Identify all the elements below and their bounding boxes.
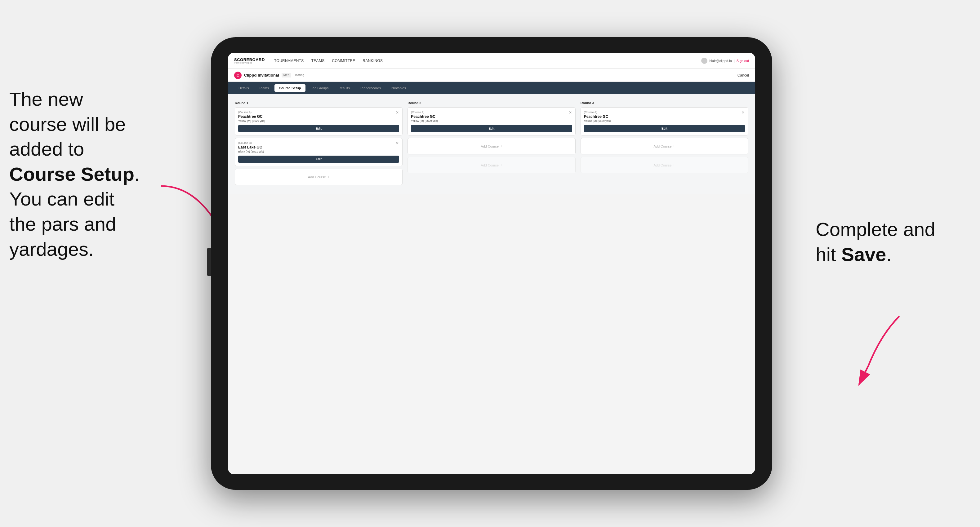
round3-course-a-tee: Yellow (M) (6629 yds) xyxy=(584,119,745,122)
nav-link-rankings[interactable]: RANKINGS xyxy=(363,59,383,63)
round3-course-a-name: Peachtree GC xyxy=(584,114,745,119)
tournament-gender: Men xyxy=(282,73,291,78)
tab-leaderboards[interactable]: Leaderboards xyxy=(355,84,385,92)
tab-bar: Details Teams Course Setup Tee Groups Re… xyxy=(228,82,755,94)
nav-link-committee[interactable]: COMMITTEE xyxy=(332,59,355,63)
tournament-bar: C Clippd Invitational Men Hosting Cancel xyxy=(228,69,755,82)
tournament-name: Clippd Invitational xyxy=(244,73,279,78)
tab-tee-groups[interactable]: Tee Groups xyxy=(307,84,333,92)
tab-results[interactable]: Results xyxy=(334,84,354,92)
user-email: blair@clippd.io xyxy=(709,59,732,63)
user-avatar xyxy=(701,58,707,64)
tournament-status: Hosting xyxy=(294,73,304,77)
round2-add-course-disabled: Add Course + xyxy=(407,157,575,173)
round3-course-a-label: (Course A) xyxy=(584,111,745,114)
round3-course-a-delete[interactable]: ✕ xyxy=(741,110,746,115)
tab-course-setup[interactable]: Course Setup xyxy=(274,84,305,92)
tab-details[interactable]: Details xyxy=(234,84,253,92)
round1-course-b-card: ✕ (Course B) East Lake GC Black (M) (689… xyxy=(235,138,402,166)
round1-course-a-label: (Course A) xyxy=(238,111,399,114)
tab-printables[interactable]: Printables xyxy=(387,84,410,92)
round-2-column: Round 2 ✕ (Course A) Peachtree GC Yellow… xyxy=(407,101,575,187)
tablet-side-button xyxy=(207,248,211,276)
tablet-screen: SCOREBOARD Powered by clippd TOURNAMENTS… xyxy=(228,53,755,474)
round1-course-b-delete[interactable]: ✕ xyxy=(395,141,400,146)
round-2-header: Round 2 xyxy=(407,101,575,105)
round1-course-b-edit[interactable]: Edit xyxy=(238,156,399,163)
tablet-device: SCOREBOARD Powered by clippd TOURNAMENTS… xyxy=(211,37,772,490)
round3-course-a-edit[interactable]: Edit xyxy=(584,125,745,132)
round1-course-a-delete[interactable]: ✕ xyxy=(395,110,400,115)
app-nav: SCOREBOARD Powered by clippd TOURNAMENTS… xyxy=(228,53,755,69)
sign-out-link[interactable]: Sign out xyxy=(737,59,749,63)
nav-link-tournaments[interactable]: TOURNAMENTS xyxy=(274,59,304,63)
round1-course-a-name: Peachtree GC xyxy=(238,114,399,119)
round1-add-course[interactable]: Add Course + xyxy=(235,169,402,185)
round-3-column: Round 3 ✕ (Course A) Peachtree GC Yellow… xyxy=(581,101,748,187)
round1-course-a-card: ✕ (Course A) Peachtree GC Yellow (M) (66… xyxy=(235,107,402,135)
round2-course-a-card: ✕ (Course A) Peachtree GC Yellow (M) (66… xyxy=(407,107,575,135)
round3-add-course-active[interactable]: Add Course + xyxy=(581,138,748,154)
round1-course-b-tee: Black (M) (6891 yds) xyxy=(238,150,399,153)
right-annotation: Complete and hit Save. xyxy=(816,217,971,267)
round3-course-a-card: ✕ (Course A) Peachtree GC Yellow (M) (66… xyxy=(581,107,748,135)
content-area: Round 1 ✕ (Course A) Peachtree GC Yellow… xyxy=(228,94,755,194)
tournament-info: C Clippd Invitational Men Hosting xyxy=(234,71,304,79)
round2-course-a-label: (Course A) xyxy=(411,111,572,114)
round1-course-a-edit[interactable]: Edit xyxy=(238,125,399,132)
round2-course-a-edit[interactable]: Edit xyxy=(411,125,572,132)
round2-course-a-name: Peachtree GC xyxy=(411,114,572,119)
rounds-grid: Round 1 ✕ (Course A) Peachtree GC Yellow… xyxy=(235,101,748,187)
round-1-header: Round 1 xyxy=(235,101,402,105)
round1-course-b-name: East Lake GC xyxy=(238,145,399,149)
nav-links: TOURNAMENTS TEAMS COMMITTEE RANKINGS xyxy=(274,59,702,63)
tab-teams[interactable]: Teams xyxy=(255,84,273,92)
round-1-column: Round 1 ✕ (Course A) Peachtree GC Yellow… xyxy=(235,101,402,187)
round2-add-course-active[interactable]: Add Course + xyxy=(407,138,575,154)
nav-right: blair@clippd.io | Sign out xyxy=(701,58,749,64)
brand-title: SCOREBOARD xyxy=(234,58,265,62)
tournament-logo: C xyxy=(234,71,242,79)
round2-course-a-tee: Yellow (M) (6629 yds) xyxy=(411,119,572,122)
round1-course-b-label: (Course B) xyxy=(238,141,399,144)
cancel-button[interactable]: Cancel xyxy=(738,73,749,78)
left-annotation: The new course will be added to Course S… xyxy=(9,87,189,262)
nav-link-teams[interactable]: TEAMS xyxy=(311,59,325,63)
round1-course-a-tee: Yellow (M) (6629 yds) xyxy=(238,119,399,122)
round2-course-a-delete[interactable]: ✕ xyxy=(568,110,573,115)
brand-sub: Powered by clippd xyxy=(234,62,265,64)
round3-add-course-disabled: Add Course + xyxy=(581,157,748,173)
round-3-header: Round 3 xyxy=(581,101,748,105)
nav-brand: SCOREBOARD Powered by clippd xyxy=(234,58,265,64)
